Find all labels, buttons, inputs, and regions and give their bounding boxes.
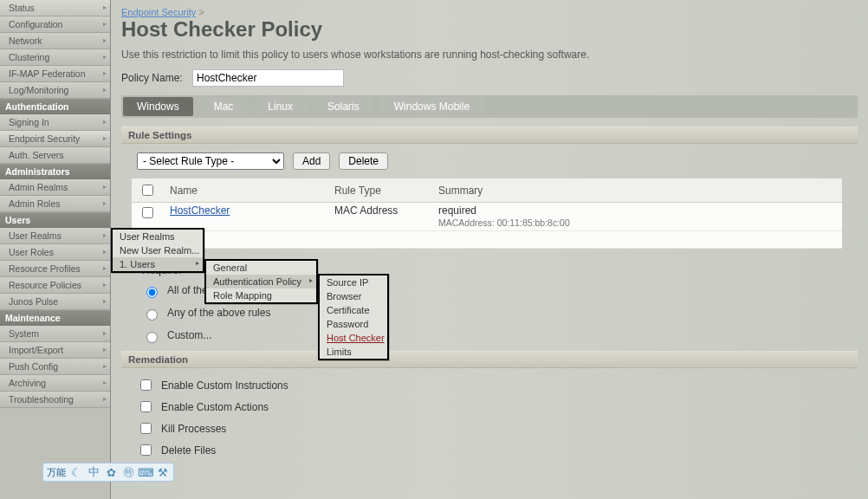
sidebar-item-push-config[interactable]: Push Config▸ (0, 359, 110, 375)
menu-item-general[interactable]: General (206, 261, 316, 275)
require-radio-custom[interactable] (146, 332, 158, 343)
rules-table: Name Rule Type Summary HostChecker MAC A… (132, 178, 842, 249)
sidebar-item-user-roles[interactable]: User Roles▸ (0, 244, 110, 261)
sidebar-item-configuration[interactable]: Configuration▸ (0, 16, 110, 33)
sidebar-item-admin-realms[interactable]: Admin Realms▸ (0, 179, 110, 196)
require-option-any[interactable]: Any of the above rules (142, 306, 858, 320)
sidebar-item-resource-policies[interactable]: Resource Policies▸ (0, 277, 110, 294)
chevron-right-icon: ▸ (103, 377, 107, 389)
chevron-right-icon: ▸ (103, 246, 107, 258)
font-icon[interactable]: 中 (87, 465, 100, 479)
sidebar-item-user-realms[interactable]: User Realms▸ (0, 228, 110, 244)
sidebar-item-archiving[interactable]: Archiving▸ (0, 375, 110, 392)
keyboard-icon[interactable]: ⌨ (139, 465, 152, 479)
sidebar-item-resource-profiles[interactable]: Resource Profiles▸ (0, 261, 110, 277)
flyout-user-realms: User Realms New User Realm... 1. Users▸ (111, 228, 204, 273)
chevron-right-icon: ▸ (103, 181, 107, 193)
sidebar-item-label: Clustering (9, 52, 49, 62)
wrench-icon[interactable]: ⚒ (156, 465, 170, 479)
sidebar-item-admin-roles[interactable]: Admin Roles▸ (0, 196, 110, 212)
menu-item-new-user-realm[interactable]: New User Realm... (113, 243, 203, 257)
remediation-block: Enable Custom Instructions Enable Custom… (137, 377, 858, 458)
chevron-right-icon: ▸ (103, 230, 107, 242)
sidebar-item-label: Status (9, 3, 35, 13)
remediation-checkbox[interactable] (140, 401, 152, 412)
sidebar-item-system[interactable]: System▸ (0, 326, 110, 342)
menu-item-browser[interactable]: Browser (320, 289, 387, 303)
menu-item-label: 1. Users (120, 259, 155, 269)
rule-name-link[interactable]: HostChecker (170, 204, 230, 217)
chevron-right-icon: ▸ (103, 327, 107, 340)
sidebar-item-junos-pulse[interactable]: Junos Pulse▸ (0, 294, 110, 310)
menu-item-limits[interactable]: Limits (320, 345, 387, 359)
sidebar-item-ifmap[interactable]: IF-MAP Federation▸ (0, 66, 110, 82)
sidebar-item-label: Push Config (9, 361, 58, 372)
network-icon[interactable]: ㊕ (121, 465, 135, 479)
sidebar-item-import-export[interactable]: Import/Export▸ (0, 342, 110, 359)
sidebar-item-label: Admin Realms (9, 182, 68, 192)
moon-icon[interactable]: ☾ (69, 465, 83, 479)
remediation-custom-instructions[interactable]: Enable Custom Instructions (137, 377, 858, 393)
sidebar-item-clustering[interactable]: Clustering▸ (0, 49, 110, 66)
chevron-right-icon: ▸ (103, 51, 107, 63)
menu-item-source-ip[interactable]: Source IP (320, 275, 387, 289)
tab-windows-mobile[interactable]: Windows Mobile (380, 97, 483, 116)
sidebar-item-label: Admin Roles (9, 198, 61, 209)
toolbar-label: 万能 (47, 465, 66, 479)
sidebar-section-maintenance: Maintenance (0, 310, 110, 326)
require-radio-all[interactable] (146, 287, 158, 298)
rules-header-summary: Summary (431, 178, 842, 203)
policy-name-input[interactable] (192, 69, 344, 87)
menu-item-1-users[interactable]: 1. Users▸ (113, 257, 203, 271)
sidebar-item-network[interactable]: Network▸ (0, 33, 110, 49)
remediation-checkbox[interactable] (140, 423, 152, 434)
policy-name-row: Policy Name: (121, 69, 858, 87)
menu-item-certificate[interactable]: Certificate (320, 303, 387, 317)
rule-type-select[interactable]: - Select Rule Type - (137, 152, 284, 170)
flyout-users-sub: General Authentication Policy▸ Role Mapp… (204, 259, 318, 304)
tab-solaris[interactable]: Solaris (314, 97, 373, 116)
select-all-checkbox[interactable] (142, 185, 153, 196)
tab-mac[interactable]: Mac (200, 97, 248, 116)
remediation-custom-actions[interactable]: Enable Custom Actions (137, 399, 858, 415)
menu-item-user-realms[interactable]: User Realms (113, 230, 203, 243)
require-option-custom[interactable]: Custom... (142, 328, 858, 342)
sidebar-item-label: Auth. Servers (9, 150, 64, 160)
add-button[interactable]: Add (293, 152, 330, 170)
sidebar-item-signing-in[interactable]: Signing In▸ (0, 114, 110, 131)
gear-icon[interactable]: ✿ (104, 465, 118, 479)
sidebar-section-users: Users (0, 212, 110, 228)
remediation-label: Kill Processes (161, 423, 226, 435)
remediation-checkbox[interactable] (140, 444, 152, 456)
sidebar-item-label: User Realms (9, 230, 62, 241)
sidebar-item-log-monitoring[interactable]: Log/Monitoring▸ (0, 82, 110, 99)
chevron-right-icon: ▸ (103, 360, 107, 373)
require-option-label: Custom... (167, 329, 211, 341)
tab-windows[interactable]: Windows (123, 97, 193, 116)
floating-toolbar[interactable]: 万能 ☾ 中 ✿ ㊕ ⌨ ⚒ (42, 463, 174, 482)
sidebar-item-label: Resource Profiles (9, 263, 81, 274)
rule-controls: - Select Rule Type - Add Delete (121, 144, 858, 178)
menu-item-role-mapping[interactable]: Role Mapping (206, 288, 316, 302)
table-row (132, 231, 842, 249)
menu-item-password[interactable]: Password (320, 317, 387, 331)
remediation-checkbox[interactable] (140, 379, 152, 391)
sidebar-item-status[interactable]: Status▸ (0, 0, 110, 16)
sidebar-item-label: IF-MAP Federation (9, 68, 86, 79)
sidebar-item-troubleshooting[interactable]: Troubleshooting▸ (0, 392, 110, 408)
delete-button[interactable]: Delete (339, 152, 388, 170)
require-radio-any[interactable] (146, 309, 158, 321)
sidebar-item-auth-servers[interactable]: Auth. Servers (0, 147, 110, 164)
breadcrumb-parent[interactable]: Endpoint Security (121, 7, 196, 17)
sidebar-item-label: Configuration (9, 19, 62, 29)
menu-item-authentication-policy[interactable]: Authentication Policy▸ (206, 275, 316, 288)
remediation-kill-processes[interactable]: Kill Processes (137, 420, 858, 437)
sidebar-item-label: Junos Pulse (9, 296, 58, 307)
remediation-delete-files[interactable]: Delete Files (137, 442, 858, 458)
menu-item-host-checker-link[interactable]: Host Checker (327, 333, 385, 343)
sidebar-item-endpoint-security[interactable]: Endpoint Security▸ (0, 131, 110, 147)
sidebar-item-label: Network (9, 36, 42, 46)
row-checkbox[interactable] (142, 207, 153, 218)
menu-item-host-checker[interactable]: Host Checker (320, 331, 387, 345)
tab-linux[interactable]: Linux (254, 97, 307, 116)
